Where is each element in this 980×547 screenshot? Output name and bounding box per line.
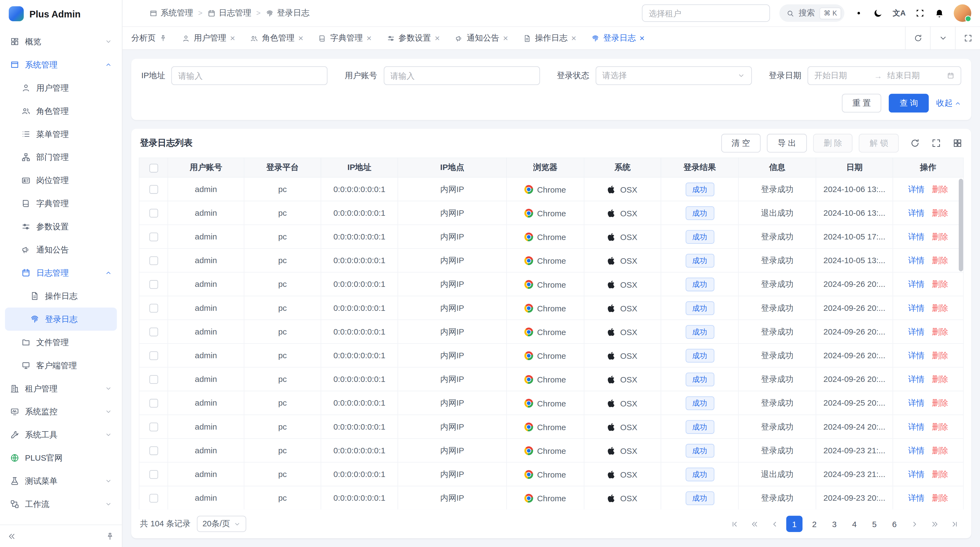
- breadcrumb-item[interactable]: 登录日志: [266, 8, 310, 19]
- clear-button[interactable]: 清 空: [721, 134, 760, 153]
- page-button-2[interactable]: 2: [806, 516, 822, 532]
- sidebar-item-system-mgmt[interactable]: 系统管理: [5, 53, 117, 76]
- sidebar-item-login-log[interactable]: 登录日志: [5, 308, 117, 331]
- page-button-1[interactable]: 1: [786, 516, 802, 532]
- detail-link[interactable]: 详情: [908, 469, 924, 478]
- row-checkbox[interactable]: [149, 233, 158, 241]
- detail-link[interactable]: 详情: [908, 493, 924, 502]
- delete-link[interactable]: 删除: [932, 327, 948, 336]
- sidebar-item-log-mgmt[interactable]: 日志管理: [5, 261, 117, 284]
- page-button-4[interactable]: 4: [846, 516, 863, 532]
- tab-dict-mgmt[interactable]: 字典管理×: [318, 32, 372, 44]
- global-search[interactable]: 搜索 ⌘ K: [780, 4, 845, 22]
- login-date-range-picker[interactable]: 开始日期→结束日期: [807, 66, 961, 85]
- query-button[interactable]: 查 询: [889, 94, 929, 113]
- row-checkbox[interactable]: [149, 375, 158, 384]
- detail-link[interactable]: 详情: [908, 303, 924, 312]
- row-checkbox[interactable]: [149, 351, 158, 360]
- row-checkbox[interactable]: [149, 280, 158, 289]
- row-checkbox[interactable]: [149, 304, 158, 313]
- sidebar-item-dict-mgmt[interactable]: 字典管理: [5, 192, 117, 215]
- reset-button[interactable]: 重 置: [842, 94, 881, 113]
- dchevron-right-button[interactable]: [926, 516, 943, 532]
- delete-link[interactable]: 删除: [932, 231, 948, 241]
- moon-icon[interactable]: [873, 8, 883, 18]
- tab-notice[interactable]: 通知公告×: [455, 32, 508, 44]
- vertical-scrollbar[interactable]: [959, 179, 963, 271]
- delete-link[interactable]: 删除: [932, 398, 948, 407]
- sidebar-item-post-mgmt[interactable]: 岗位管理: [5, 169, 117, 192]
- unlock-button[interactable]: 解 锁: [859, 134, 899, 153]
- row-checkbox[interactable]: [149, 399, 158, 408]
- app-logo[interactable]: Plus Admin: [0, 0, 122, 27]
- detail-link[interactable]: 详情: [908, 374, 924, 383]
- close-icon[interactable]: ×: [640, 34, 644, 43]
- close-icon[interactable]: ×: [366, 34, 372, 43]
- bell-icon[interactable]: [934, 8, 944, 18]
- sidebar-item-client-mgmt[interactable]: 客户端管理: [5, 354, 117, 377]
- tenant-select-input[interactable]: [642, 4, 770, 22]
- first-button[interactable]: [726, 516, 743, 532]
- translate-icon[interactable]: 文A: [892, 8, 905, 19]
- tab-param-settings[interactable]: 参数设置×: [387, 32, 440, 44]
- sidebar-item-tenant-mgmt[interactable]: 租户管理: [5, 377, 117, 400]
- tab-oper-log[interactable]: 操作日志×: [523, 32, 577, 44]
- delete-link[interactable]: 删除: [932, 255, 948, 265]
- fullscreen-icon[interactable]: [915, 8, 925, 18]
- dchevron-left-button[interactable]: [746, 516, 762, 532]
- select-all-checkbox[interactable]: [149, 164, 158, 172]
- refresh-icon[interactable]: [910, 138, 920, 148]
- tab-user-mgmt[interactable]: 用户管理×: [182, 32, 235, 44]
- collapse-sidebar-icon[interactable]: [8, 532, 16, 541]
- detail-link[interactable]: 详情: [908, 350, 924, 360]
- refresh-tab-button[interactable]: [905, 26, 930, 50]
- delete-link[interactable]: 删除: [932, 279, 948, 289]
- hamburger-icon[interactable]: [131, 8, 141, 18]
- sidebar-item-role-mgmt[interactable]: 角色管理: [5, 99, 117, 123]
- tab-role-mgmt[interactable]: 角色管理×: [250, 32, 304, 44]
- page-button-6[interactable]: 6: [886, 516, 903, 532]
- tab-login-log[interactable]: 登录日志×: [591, 32, 644, 44]
- ip-address-input[interactable]: [172, 66, 328, 85]
- chevron-left-button[interactable]: [766, 516, 783, 532]
- sidebar-item-sys-tools[interactable]: 系统工具: [5, 423, 117, 447]
- detail-link[interactable]: 详情: [908, 231, 924, 241]
- page-button-5[interactable]: 5: [866, 516, 883, 532]
- sidebar-item-sys-monitor[interactable]: 系统监控: [5, 400, 117, 423]
- sidebar-item-oper-log[interactable]: 操作日志: [5, 284, 117, 308]
- detail-link[interactable]: 详情: [908, 422, 924, 431]
- avatar[interactable]: [954, 4, 971, 22]
- delete-link[interactable]: 删除: [932, 303, 948, 312]
- row-checkbox[interactable]: [149, 328, 158, 336]
- close-icon[interactable]: ×: [571, 34, 576, 43]
- row-checkbox[interactable]: [149, 423, 158, 432]
- close-icon[interactable]: ×: [298, 34, 304, 43]
- detail-link[interactable]: 详情: [908, 184, 924, 193]
- close-icon[interactable]: ×: [435, 34, 440, 43]
- row-checkbox[interactable]: [149, 494, 158, 503]
- delete-link[interactable]: 删除: [932, 374, 948, 383]
- user-account-input[interactable]: [383, 66, 540, 85]
- detail-link[interactable]: 详情: [908, 279, 924, 289]
- maximize-content-button[interactable]: [955, 26, 980, 50]
- sidebar-item-workflow[interactable]: 工作流: [5, 493, 117, 516]
- collapse-filter-link[interactable]: 收起: [936, 97, 961, 109]
- sidebar-item-plus-website[interactable]: PLUS官网: [5, 447, 117, 470]
- login-status-select[interactable]: 请选择: [595, 66, 752, 85]
- sidebar-item-user-mgmt[interactable]: 用户管理: [5, 76, 117, 99]
- page-size-select[interactable]: 20条/页: [197, 516, 247, 532]
- delete-button[interactable]: 删 除: [813, 134, 853, 153]
- breadcrumb-item[interactable]: 系统管理: [150, 8, 193, 19]
- sidebar-item-test-menu[interactable]: 测试菜单: [5, 469, 117, 493]
- page-button-3[interactable]: 3: [826, 516, 843, 532]
- row-checkbox[interactable]: [149, 209, 158, 218]
- sidebar-item-param-settings[interactable]: 参数设置: [5, 215, 117, 238]
- row-checkbox[interactable]: [149, 470, 158, 479]
- grid-icon[interactable]: [953, 138, 963, 148]
- sidebar-item-menu-mgmt[interactable]: 菜单管理: [5, 123, 117, 146]
- pin-sidebar-icon[interactable]: [106, 532, 115, 541]
- sidebar-item-file-mgmt[interactable]: 文件管理: [5, 331, 117, 354]
- expand-icon[interactable]: [931, 138, 941, 148]
- tab-menu-button[interactable]: [930, 26, 955, 50]
- close-icon[interactable]: ×: [503, 34, 508, 43]
